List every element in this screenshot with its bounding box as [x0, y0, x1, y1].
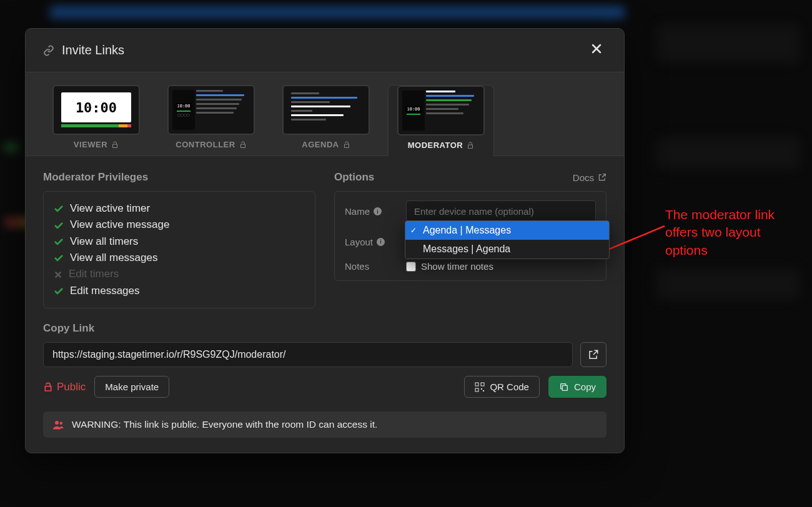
- link-icon: [43, 45, 54, 56]
- svg-rect-2: [475, 388, 478, 391]
- docs-link[interactable]: Docs: [573, 172, 607, 183]
- svg-point-7: [60, 422, 63, 425]
- layout-option-1[interactable]: Messages | Agenda: [405, 240, 609, 258]
- options-column: Options Docs Namei Layouti Notes: [334, 171, 607, 308]
- svg-rect-0: [475, 383, 478, 386]
- preview-controller: 10:00▢▢▢▢: [167, 85, 255, 135]
- unlock-icon: [467, 142, 474, 149]
- annotation-text: The moderator link offers two layout opt…: [665, 206, 796, 259]
- options-panel: Namei Layouti Notes Show timer notes: [334, 191, 607, 281]
- privileges-column: Moderator Privileges View active timer V…: [43, 171, 315, 308]
- svg-rect-4: [483, 390, 484, 391]
- layout-label: Layouti: [345, 237, 401, 247]
- unlock-icon: [111, 141, 119, 149]
- close-icon: [592, 44, 602, 54]
- priv-item: View all timers: [54, 234, 305, 250]
- check-icon: [54, 220, 64, 230]
- copy-button[interactable]: Copy: [548, 376, 607, 398]
- qr-code-button[interactable]: QR Code: [464, 376, 540, 398]
- privileges-panel: View active timer View active message Vi…: [43, 191, 315, 308]
- external-icon: [588, 349, 599, 360]
- svg-rect-5: [562, 385, 567, 390]
- invite-links-modal: Invite Links 10:00 VIEWER 10:00▢▢▢▢: [25, 28, 625, 453]
- priv-item: Edit messages: [54, 283, 305, 299]
- privileges-list: View active timer View active message Vi…: [54, 200, 305, 299]
- tab-viewer[interactable]: 10:00 VIEWER: [43, 85, 149, 155]
- unlock-icon: [343, 141, 350, 149]
- check-icon: [54, 286, 64, 296]
- priv-item: View active message: [54, 217, 305, 233]
- tab-label: MODERATOR: [408, 140, 463, 150]
- name-label: Namei: [345, 206, 401, 217]
- check-icon: ✓: [410, 226, 417, 235]
- check-icon: [54, 253, 64, 263]
- unlock-icon: [43, 382, 53, 392]
- tab-label: AGENDA: [302, 140, 339, 149]
- notes-label: Notes: [345, 261, 401, 272]
- svg-point-6: [55, 421, 59, 425]
- svg-rect-3: [481, 388, 482, 390]
- priv-item-disabled: Edit timers: [54, 266, 305, 282]
- info-icon: i: [377, 238, 385, 246]
- users-icon: [53, 420, 64, 430]
- link-url-input[interactable]: [43, 342, 573, 367]
- check-icon: [54, 237, 64, 247]
- layout-option-0[interactable]: ✓ Agenda | Messages: [405, 221, 609, 240]
- warning-banner: WARNING: This link is public. Everyone w…: [43, 411, 607, 438]
- make-private-button[interactable]: Make private: [94, 376, 169, 398]
- tab-strip: 10:00 VIEWER 10:00▢▢▢▢: [26, 72, 624, 156]
- copy-link-title: Copy Link: [43, 322, 607, 335]
- modal-title-row: Invite Links: [43, 43, 124, 57]
- name-input[interactable]: [406, 200, 596, 222]
- svg-rect-1: [481, 383, 484, 386]
- preview-moderator: 10:00: [397, 86, 485, 135]
- tab-agenda[interactable]: AGENDA: [273, 85, 379, 155]
- qr-icon: [475, 382, 485, 392]
- info-icon: i: [374, 207, 382, 215]
- close-button[interactable]: [587, 41, 607, 59]
- tab-label: VIEWER: [74, 140, 107, 149]
- tab-moderator[interactable]: 10:00 MODERATOR: [388, 85, 494, 156]
- x-icon: [54, 270, 62, 279]
- privileges-title: Moderator Privileges: [43, 171, 315, 184]
- external-icon: [598, 173, 607, 182]
- open-link-button[interactable]: [580, 342, 607, 367]
- preview-viewer: 10:00: [52, 85, 140, 135]
- priv-item: View all messages: [54, 250, 305, 266]
- modal-title: Invite Links: [62, 43, 124, 57]
- options-title: Options: [334, 171, 374, 184]
- unlock-icon: [239, 141, 247, 149]
- notes-checkbox[interactable]: [406, 262, 416, 272]
- copy-icon: [559, 382, 569, 392]
- notes-checkbox-label: Show timer notes: [421, 261, 493, 272]
- tab-label: CONTROLLER: [176, 140, 235, 149]
- public-badge: Public: [43, 381, 86, 393]
- check-icon: [54, 204, 64, 214]
- priv-item: View active timer: [54, 200, 305, 217]
- preview-agenda: [282, 85, 370, 135]
- layout-dropdown[interactable]: ✓ Agenda | Messages Messages | Agenda: [405, 220, 610, 259]
- modal-header: Invite Links: [26, 29, 624, 72]
- warning-text: WARNING: This link is public. Everyone w…: [72, 419, 377, 430]
- tab-controller[interactable]: 10:00▢▢▢▢ CONTROLLER: [158, 85, 264, 155]
